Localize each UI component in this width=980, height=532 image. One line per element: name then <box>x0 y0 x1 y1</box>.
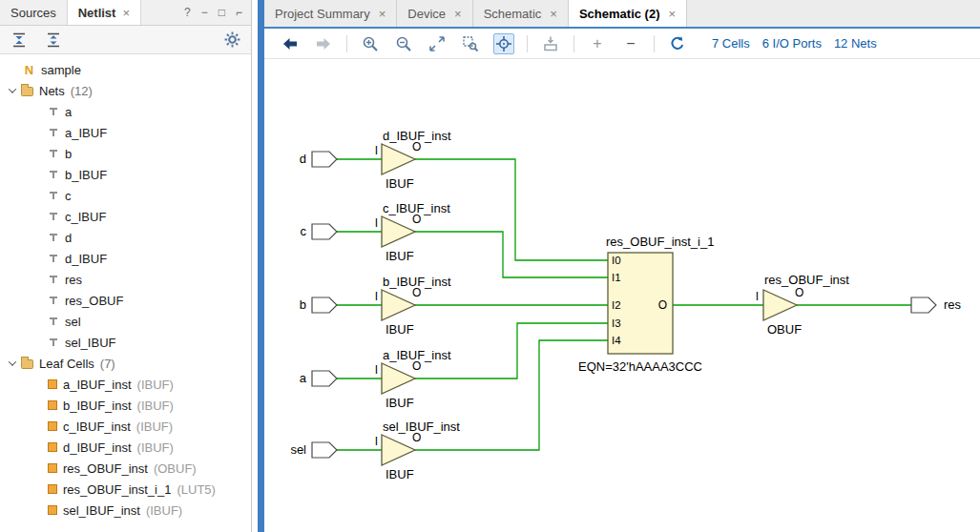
tree-item-cell-c-ibuf-inst[interactable]: c_IBUF_inst(IBUF) <box>0 416 251 437</box>
back-icon[interactable] <box>280 33 301 54</box>
tree-item-cell-a-ibuf-inst[interactable]: a_IBUF_inst(IBUF) <box>0 374 251 395</box>
float-icon[interactable]: ⌐ <box>236 6 242 19</box>
pin-out-label: O <box>412 359 421 373</box>
pin-in-label: I <box>375 144 378 157</box>
autofit-selection-icon[interactable] <box>493 33 514 54</box>
tree-item-net-c-ibuf[interactable]: c_IBUF <box>0 206 251 227</box>
pin-out-label: O <box>412 431 421 444</box>
input-port-a[interactable] <box>312 371 337 386</box>
tree-item-net-d-ibuf[interactable]: d_IBUF <box>0 248 251 269</box>
input-port-b[interactable] <box>312 297 337 313</box>
cell-b-ibuf[interactable] <box>382 290 415 320</box>
input-port-sel[interactable] <box>312 442 337 458</box>
tab-label: Schematic <box>484 7 542 21</box>
schematic-panel: Project Summary × Device × Schematic × S… <box>264 0 980 532</box>
schematic-toolbar: + − 7 Cells 6 I/O Ports 12 Nets <box>264 29 980 59</box>
tree-item-cell-d-ibuf-inst[interactable]: d_IBUF_inst(IBUF) <box>0 437 251 458</box>
zoom-in-icon[interactable] <box>360 33 381 54</box>
tree-root-sample[interactable]: N sample <box>0 59 251 80</box>
tree-group-nets[interactable]: Nets (12) <box>0 80 251 101</box>
zoom-fit-icon[interactable] <box>427 33 448 54</box>
focused-pane-indicator[interactable] <box>258 0 264 532</box>
folder-icon <box>21 359 33 369</box>
toolbar-separator <box>573 35 574 52</box>
tab-project-summary[interactable]: Project Summary × <box>264 0 397 27</box>
port-label: b <box>300 297 306 312</box>
close-icon[interactable]: × <box>668 7 676 21</box>
cells-count-link[interactable]: 7 Cells <box>712 36 750 51</box>
port-label: d <box>300 152 306 166</box>
net-label: b <box>65 147 72 161</box>
net-c-wire[interactable] <box>337 232 608 277</box>
tree-item-net-a-ibuf[interactable]: a_IBUF <box>0 122 251 143</box>
vivado-window: Sources Netlist × ? − □ ⌐ <box>0 0 980 532</box>
cell-type: (IBUF) <box>137 378 174 392</box>
gear-icon[interactable] <box>222 31 241 50</box>
tree-item-net-b-ibuf[interactable]: b_IBUF <box>0 164 251 185</box>
caret-down-icon[interactable] <box>9 85 16 92</box>
remove-from-schematic-icon[interactable]: − <box>620 33 641 54</box>
maximize-icon[interactable]: □ <box>219 6 225 19</box>
zoom-out-icon[interactable] <box>393 33 414 54</box>
cell-res-obuf[interactable] <box>763 290 797 320</box>
tab-schematic[interactable]: Schematic × <box>473 0 569 27</box>
cell-type-label: IBUF <box>386 396 414 410</box>
tab-schematic-2[interactable]: Schematic (2) × <box>569 0 687 27</box>
cell-type: (IBUF) <box>136 419 173 434</box>
cell-label: res_OBUF_inst_i_1 <box>63 482 171 497</box>
input-port-d[interactable] <box>312 152 337 167</box>
regenerate-layout-icon[interactable] <box>540 33 561 54</box>
tree-item-net-b[interactable]: b <box>0 143 251 164</box>
tab-netlist[interactable]: Netlist × <box>68 0 141 25</box>
tree-item-net-sel[interactable]: sel <box>0 311 251 332</box>
tree-item-net-c[interactable]: c <box>0 185 251 206</box>
tree-group-leaf-cells[interactable]: Leaf Cells (7) <box>0 353 251 374</box>
tree-item-cell-res-obuf-inst[interactable]: res_OBUF_inst(OBUF) <box>0 458 251 479</box>
net-label: c <box>65 189 72 203</box>
collapse-all-icon[interactable] <box>10 31 29 50</box>
cell-d-ibuf[interactable] <box>382 144 415 174</box>
zoom-selection-icon[interactable] <box>460 33 481 54</box>
add-to-schematic-icon[interactable]: + <box>587 33 608 54</box>
net-icon <box>48 232 59 243</box>
close-icon[interactable]: × <box>379 7 386 21</box>
io-ports-count-link[interactable]: 6 I/O Ports <box>762 36 822 51</box>
cell-c-ibuf[interactable] <box>382 216 415 247</box>
tree-item-net-d[interactable]: d <box>0 227 251 248</box>
net-sel-wire[interactable] <box>337 340 608 450</box>
tab-device[interactable]: Device × <box>397 0 472 27</box>
tree-item-net-res[interactable]: res <box>0 269 251 290</box>
caret-down-icon[interactable] <box>9 358 16 365</box>
pin-out-label: O <box>412 286 421 299</box>
output-port-res[interactable] <box>911 297 936 313</box>
help-icon[interactable]: ? <box>184 6 191 19</box>
net-label: a <box>65 105 72 119</box>
tree-item-net-sel-ibuf[interactable]: sel_IBUF <box>0 332 251 353</box>
schematic-canvas[interactable]: d d_IBUF_inst I O IBUF c c_IBUF_inst I O… <box>264 59 980 532</box>
nets-count-link[interactable]: 12 Nets <box>834 36 877 51</box>
cell-a-ibuf[interactable] <box>382 363 415 394</box>
cell-type-label: IBUF <box>386 467 414 481</box>
tree-item-cell-b-ibuf-inst[interactable]: b_IBUF_inst(IBUF) <box>0 395 251 416</box>
close-icon[interactable]: × <box>550 7 557 21</box>
tree-item-net-res-obuf[interactable]: res_OBUF <box>0 290 251 311</box>
net-icon <box>48 106 59 117</box>
tab-sources[interactable]: Sources <box>0 0 68 25</box>
input-port-c[interactable] <box>312 224 337 239</box>
minimize-icon[interactable]: − <box>201 6 208 19</box>
tree-item-cell-sel-ibuf-inst[interactable]: sel_IBUF_inst(IBUF) <box>0 500 251 521</box>
cells-group-label: Leaf Cells <box>39 357 94 371</box>
lut-pin-label: I1 <box>612 272 621 283</box>
expand-all-icon[interactable] <box>44 31 63 50</box>
close-icon[interactable]: × <box>454 7 462 21</box>
tree-item-cell-res-obuf-inst-i-1[interactable]: res_OBUF_inst_i_1(LUT5) <box>0 479 251 500</box>
tree-item-net-a[interactable]: a <box>0 101 251 122</box>
netlist-panel: Sources Netlist × ? − □ ⌐ <box>0 0 252 532</box>
cell-type-label: IBUF <box>386 249 414 263</box>
close-icon[interactable]: × <box>122 6 130 20</box>
net-d-wire[interactable] <box>337 159 608 260</box>
pin-in-label: I <box>375 435 378 448</box>
refresh-icon[interactable] <box>667 33 688 54</box>
cell-sel-ibuf[interactable] <box>382 435 415 465</box>
forward-icon[interactable] <box>313 33 334 54</box>
